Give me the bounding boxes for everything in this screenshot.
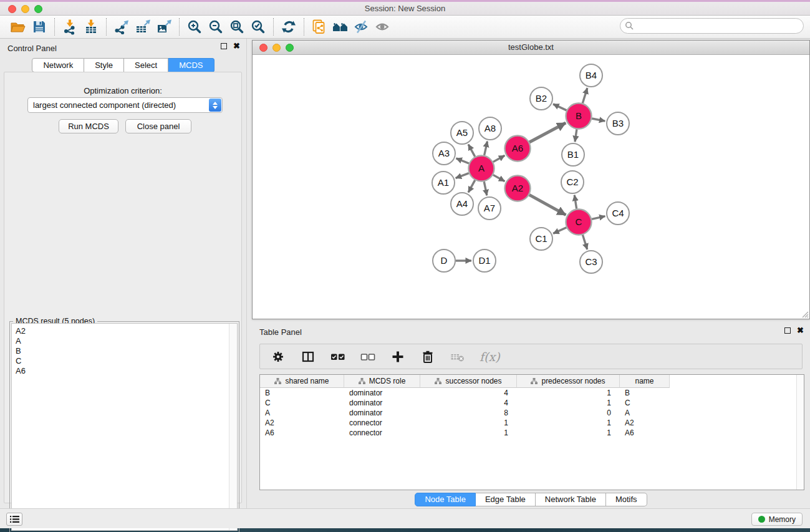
zoom-network-window-button[interactable]: [286, 44, 294, 52]
table-settings-gear-icon[interactable]: [270, 349, 286, 365]
table-row[interactable]: Bdominator41B: [260, 388, 804, 398]
table-cell[interactable]: connector: [344, 428, 420, 438]
show-columns-icon[interactable]: [300, 349, 316, 365]
graph-edge-A-A8[interactable]: [485, 142, 488, 155]
table-cell[interactable]: A2: [620, 418, 670, 428]
run-mcds-button[interactable]: Run MCDS: [59, 119, 118, 133]
tab-edge-table[interactable]: Edge Table: [476, 493, 536, 506]
graph-edge-B-B1[interactable]: [575, 129, 577, 142]
destroy-table-icon[interactable]: [450, 349, 466, 365]
deselect-all-icon[interactable]: [360, 349, 376, 365]
graph-edge-B-B4[interactable]: [582, 88, 587, 103]
table-cell[interactable]: 1: [517, 388, 620, 398]
close-network-window-button[interactable]: [259, 44, 268, 52]
graph-edge-B-B2[interactable]: [553, 104, 566, 110]
graph-node-B2[interactable]: B2: [530, 87, 552, 110]
table-cell[interactable]: 4: [420, 388, 517, 398]
network-graph[interactable]: B4B2BB3A5A8A6B1A3AC2A1A2A4A7C4CC1C3DD1: [253, 56, 809, 319]
graph-edge-C-C1[interactable]: [553, 228, 566, 234]
graph-node-A3[interactable]: A3: [433, 142, 455, 165]
graph-edge-A-A2[interactable]: [493, 175, 505, 181]
table-cell[interactable]: A6: [620, 428, 670, 438]
column-header-predecessor-nodes[interactable]: predecessor nodes: [517, 375, 620, 388]
table-cell[interactable]: A: [620, 408, 670, 418]
mcds-list-scrollbar[interactable]: [229, 324, 237, 530]
new-network-from-selection-icon[interactable]: [309, 17, 330, 36]
graph-node-B[interactable]: B: [566, 104, 592, 129]
function-builder-icon[interactable]: f(x): [480, 349, 500, 365]
mcds-result-list[interactable]: A2ABCA6: [11, 323, 238, 531]
show-all-network-windows-icon[interactable]: [330, 17, 351, 36]
graph-node-D[interactable]: D: [433, 249, 455, 272]
graph-node-C3[interactable]: C3: [580, 251, 602, 273]
mcds-result-item[interactable]: A: [16, 336, 237, 346]
delete-row-trash-icon[interactable]: [420, 349, 436, 365]
resize-grip-icon[interactable]: [800, 309, 809, 318]
table-cell[interactable]: 8: [420, 408, 517, 418]
tab-mcds[interactable]: MCDS: [168, 58, 214, 72]
table-cell[interactable]: 1: [517, 428, 620, 438]
table-cell[interactable]: dominator: [344, 408, 420, 418]
network-window-title-bar[interactable]: testGlobe.txt: [253, 41, 809, 55]
tab-style[interactable]: Style: [84, 58, 124, 72]
graph-node-D1[interactable]: D1: [473, 249, 496, 272]
table-row[interactable]: A2connector11A2: [260, 418, 804, 428]
add-row-plus-icon[interactable]: [390, 349, 406, 365]
table-cell[interactable]: 4: [420, 398, 517, 408]
graph-node-A1[interactable]: A1: [432, 172, 455, 194]
refresh-icon[interactable]: [278, 17, 299, 36]
graph-edge-A6-B[interactable]: [529, 123, 566, 142]
column-header-name[interactable]: name: [620, 375, 670, 388]
graph-edge-A-A4[interactable]: [468, 180, 475, 193]
export-image-icon[interactable]: [153, 17, 175, 36]
table-row[interactable]: Adominator80A: [260, 408, 804, 418]
select-all-icon[interactable]: [330, 349, 346, 365]
graph-node-B3[interactable]: B3: [607, 112, 629, 135]
table-cell[interactable]: dominator: [344, 388, 420, 398]
zoom-fit-icon[interactable]: [226, 17, 248, 36]
search-input[interactable]: [620, 18, 804, 34]
minimize-window-button[interactable]: [21, 5, 29, 13]
export-network-icon[interactable]: [111, 17, 132, 36]
graph-node-A5[interactable]: A5: [451, 122, 473, 144]
table-row[interactable]: Cdominator41C: [260, 398, 804, 408]
network-canvas[interactable]: B4B2BB3A5A8A6B1A3AC2A1A2A4A7C4CC1C3DD1: [253, 56, 809, 319]
table-cell[interactable]: C: [620, 398, 670, 408]
zoom-in-icon[interactable]: [184, 17, 205, 36]
close-panel-icon[interactable]: ✖: [233, 43, 240, 49]
table-cell[interactable]: B: [260, 388, 344, 398]
graph-node-C1[interactable]: C1: [530, 228, 552, 250]
memory-button[interactable]: Memory: [751, 513, 803, 526]
mcds-result-item[interactable]: A2: [16, 326, 237, 336]
graph-node-A2[interactable]: A2: [505, 176, 531, 201]
graph-node-C4[interactable]: C4: [607, 202, 629, 225]
graph-node-B4[interactable]: B4: [580, 64, 602, 87]
graph-node-A8[interactable]: A8: [479, 117, 501, 140]
open-file-icon[interactable]: [7, 17, 29, 36]
tab-network-table[interactable]: Network Table: [536, 493, 606, 506]
table-cell[interactable]: 1: [517, 398, 620, 408]
table-cell[interactable]: B: [620, 388, 670, 398]
close-panel-button[interactable]: Close panel: [125, 119, 191, 133]
graph-node-A7[interactable]: A7: [478, 197, 501, 220]
column-header-successor-nodes[interactable]: successor nodes: [420, 375, 517, 388]
graph-node-B1[interactable]: B1: [562, 143, 584, 166]
table-cell[interactable]: A6: [260, 428, 344, 438]
table-scrollbar[interactable]: [796, 375, 804, 490]
graph-edge-A-A5[interactable]: [468, 144, 475, 157]
graph-edge-A-A7[interactable]: [484, 181, 487, 195]
zoom-selected-icon[interactable]: [248, 17, 269, 36]
mcds-result-item[interactable]: C: [16, 356, 237, 366]
tab-select[interactable]: Select: [124, 58, 168, 72]
import-table-icon[interactable]: [80, 17, 102, 36]
table-cell[interactable]: dominator: [344, 398, 420, 408]
table-cell[interactable]: C: [260, 398, 344, 408]
zoom-out-icon[interactable]: [205, 17, 226, 36]
table-cell[interactable]: A2: [260, 418, 344, 428]
table-cell[interactable]: A: [260, 408, 344, 418]
import-network-icon[interactable]: [59, 17, 80, 36]
table-cell[interactable]: 0: [517, 408, 620, 418]
close-window-button[interactable]: [8, 5, 16, 13]
tab-network[interactable]: Network: [32, 58, 84, 72]
graph-edge-C-C2[interactable]: [574, 195, 576, 209]
